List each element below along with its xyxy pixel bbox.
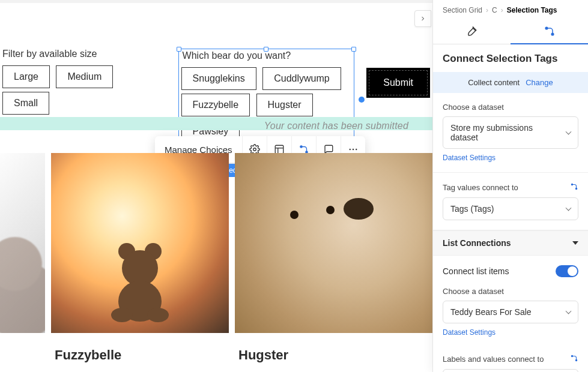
product-image — [0, 153, 45, 333]
tab-design[interactable] — [433, 18, 511, 44]
panel-tabs — [433, 18, 588, 44]
product-grid: Fuzzybelle Hugster — [0, 153, 432, 363]
labels-values-section: Labels and values connect to Name (Text) — [433, 347, 588, 372]
svg-point-19 — [571, 355, 572, 356]
size-option[interactable]: Medium — [56, 65, 113, 88]
bear-option[interactable]: Snugglekins — [181, 67, 256, 90]
field-label: Labels and values connect to — [443, 354, 578, 364]
data-connection-icon — [544, 25, 556, 37]
bind-icon[interactable] — [570, 182, 578, 193]
dataset-section: Choose a dataset Store my submissions da… — [433, 93, 588, 173]
panel-heading: Connect Selection Tags — [433, 44, 588, 72]
dataset-settings-link[interactable]: Dataset Settings — [443, 328, 496, 337]
dataset-select[interactable]: Store my submissions dataset — [443, 116, 578, 149]
resize-handle[interactable] — [177, 47, 181, 52]
connect-handle[interactable] — [359, 97, 365, 103]
product-card[interactable]: Hugster — [235, 153, 432, 363]
product-image — [235, 153, 432, 333]
svg-point-14 — [147, 308, 169, 322]
connect-list-items-toggle[interactable] — [556, 265, 578, 277]
bear-option[interactable]: Hugster — [256, 94, 313, 116]
tab-connect[interactable] — [511, 18, 588, 44]
list-connections-label: List Connections — [443, 238, 511, 248]
size-option[interactable]: Small — [2, 92, 49, 115]
labels-values-select[interactable]: Name (Text) — [443, 369, 578, 372]
inspector-panel: Section Grid › C › Selection Tags Connec… — [432, 0, 588, 372]
product-card[interactable] — [0, 153, 45, 363]
connect-list-items-label: Connect list items — [443, 266, 509, 276]
collapse-panel-toggle[interactable] — [414, 10, 431, 27]
list-dataset-select[interactable]: Teddy Bears For Sale — [443, 301, 578, 323]
svg-point-18 — [575, 188, 577, 189]
submit-wrapper: Submit — [366, 49, 430, 98]
size-filter-group: Filter by available size Large Medium Sm… — [2, 49, 166, 118]
product-title: Hugster — [235, 347, 432, 363]
svg-point-20 — [575, 359, 577, 361]
svg-point-13 — [111, 308, 133, 322]
collect-label: Collect content — [468, 78, 520, 87]
svg-point-15 — [545, 27, 548, 29]
brush-icon — [466, 25, 478, 37]
field-label: Choose a dataset — [443, 103, 578, 112]
breadcrumb-current: Selection Tags — [507, 6, 557, 14]
field-label: Choose a dataset — [443, 287, 578, 296]
bear-question-title: Which bear do you want? — [183, 50, 352, 61]
breadcrumb-item[interactable]: C — [492, 6, 497, 14]
breadcrumb: Section Grid › C › Selection Tags — [433, 0, 588, 18]
product-title: Fuzzybelle — [51, 347, 229, 363]
chevron-right-icon: › — [501, 6, 503, 14]
submission-message: Your content has been submitted — [0, 121, 408, 131]
resize-handle[interactable] — [351, 47, 356, 52]
svg-point-16 — [551, 33, 554, 35]
bear-option[interactable]: Cuddlywump — [262, 67, 341, 90]
svg-point-0 — [253, 148, 256, 151]
product-image — [51, 153, 229, 333]
connect-list-items-row: Connect list items — [433, 256, 588, 287]
svg-point-6 — [349, 149, 350, 150]
submit-button[interactable]: Submit — [366, 68, 430, 98]
svg-rect-1 — [275, 145, 283, 154]
breadcrumb-item[interactable]: Section Grid — [443, 6, 482, 14]
collect-mode-strip: Collect content Change — [433, 72, 588, 93]
svg-point-7 — [353, 149, 354, 150]
product-card[interactable]: Fuzzybelle — [51, 153, 229, 363]
bind-icon[interactable] — [570, 354, 578, 364]
tag-values-label: Tag values connect to — [443, 183, 518, 192]
bear-selection-group[interactable]: Which bear do you want? Snugglekins Cudd… — [178, 49, 355, 151]
tag-values-section: Tag values connect to Tags (Tags) — [433, 173, 588, 230]
dataset-settings-link[interactable]: Dataset Settings — [443, 154, 496, 162]
editor-canvas: Filter by available size Large Medium Sm… — [0, 3, 432, 372]
size-filter-title: Filter by available size — [2, 49, 166, 59]
size-option[interactable]: Large — [2, 65, 50, 88]
svg-point-17 — [571, 184, 572, 185]
bear-option[interactable]: Fuzzybelle — [181, 94, 250, 116]
teddy-bear-silhouette-icon — [104, 238, 176, 322]
resize-handle[interactable] — [264, 47, 268, 52]
svg-point-4 — [300, 146, 302, 148]
list-connections-header[interactable]: List Connections — [433, 230, 588, 256]
field-label: Tag values connect to — [443, 182, 578, 193]
labels-values-label: Labels and values connect to — [443, 355, 544, 364]
caret-down-icon — [572, 241, 578, 245]
list-dataset-section: Choose a dataset Teddy Bears For Sale Da… — [433, 287, 588, 347]
change-mode-link[interactable]: Change — [526, 78, 553, 87]
chevron-right-icon — [419, 15, 426, 22]
svg-point-8 — [356, 149, 357, 150]
chevron-right-icon: › — [486, 6, 488, 14]
tag-values-select[interactable]: Tags (Tags) — [443, 197, 578, 220]
